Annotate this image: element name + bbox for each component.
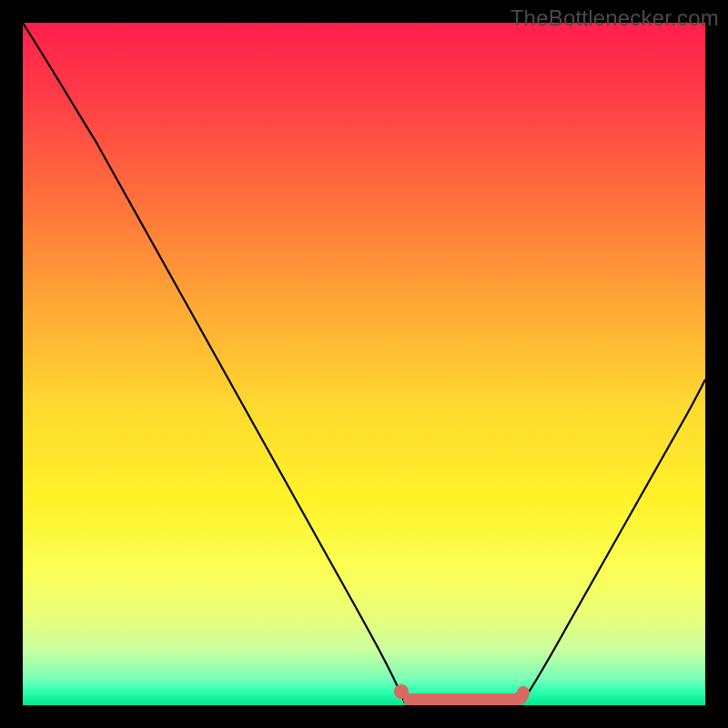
right-curve (521, 379, 705, 703)
plot-area (23, 23, 705, 705)
left-curve (23, 23, 405, 703)
curves-svg (23, 23, 705, 705)
watermark-text: TheBottlenecker.com (511, 5, 719, 31)
optimal-band (410, 693, 523, 700)
chart-frame: TheBottlenecker.com (0, 0, 728, 728)
